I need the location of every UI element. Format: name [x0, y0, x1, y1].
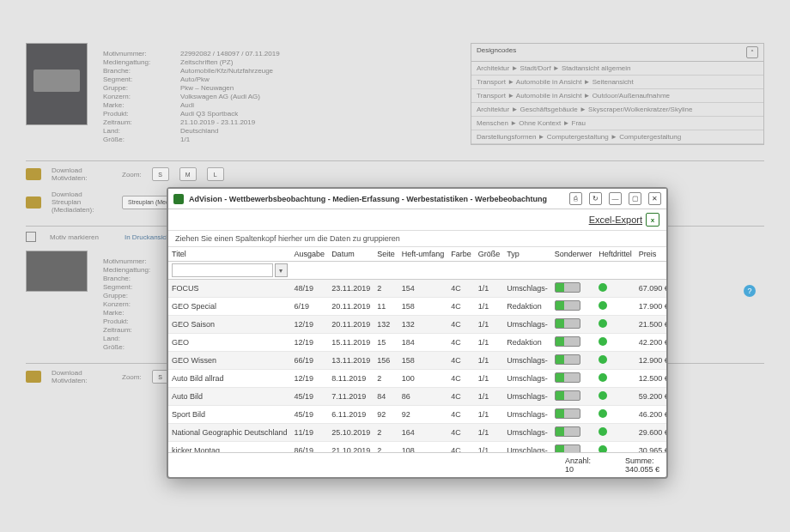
mark-motif-checkbox[interactable]	[26, 232, 36, 242]
zoom-m-button[interactable]: M	[179, 167, 197, 181]
sonderwert-toggle[interactable]	[555, 390, 580, 401]
column-header[interactable]: Ausgabe	[291, 247, 329, 262]
cell-titel: Sport Bild	[168, 406, 291, 424]
cell-typ: Umschlags-	[503, 352, 551, 370]
group-bar[interactable]: Ziehen Sie einen Spaltenkopf hierher um …	[168, 231, 666, 247]
cell-datum: 7.11.2019	[328, 388, 374, 406]
maximize-icon[interactable]: ▢	[629, 192, 641, 205]
zoom-l-button[interactable]: L	[207, 167, 224, 181]
help-icon[interactable]: ?	[744, 285, 756, 297]
title-filter-input[interactable]	[172, 263, 273, 277]
column-header[interactable]: Heftdrittel	[595, 247, 635, 262]
cell-seite: 2	[374, 280, 398, 298]
zoom-s-button[interactable]: S	[152, 167, 169, 181]
heftdrittel-indicator[interactable]	[599, 301, 607, 310]
meta-label: Gruppe:	[103, 84, 180, 92]
cell-preis: 29.600 €	[635, 424, 666, 442]
designcode-row[interactable]: Architektur ► Geschäftsgebäude ► Skyscra…	[471, 103, 763, 117]
column-header[interactable]: Titel	[168, 247, 291, 262]
sonderwert-toggle[interactable]	[555, 354, 580, 365]
designcode-row[interactable]: Transport ► Automobile in Ansicht ► Outd…	[471, 89, 763, 103]
collapse-icon[interactable]: ˄	[746, 46, 758, 58]
heftdrittel-indicator[interactable]	[599, 373, 607, 382]
designcode-row[interactable]: Darstellungsformen ► Computergestaltung …	[471, 130, 763, 144]
table-row[interactable]: GEO Saison12/1920.11.20191321324C1/1Umsc…	[168, 316, 666, 334]
footer-sum-label: Summe:	[625, 456, 654, 465]
meta-label: Motivnummer:	[103, 50, 180, 57]
sonderwert-toggle[interactable]	[555, 318, 580, 329]
download-icon[interactable]	[26, 168, 41, 180]
filter-icon[interactable]: ▾	[275, 263, 288, 277]
cell-datum: 21.10.2019	[328, 442, 374, 453]
table-row[interactable]: Auto Bild45/197.11.201984864C1/1Umschlag…	[168, 388, 666, 406]
heftdrittel-indicator[interactable]	[599, 409, 607, 418]
cell-titel: GEO Special	[168, 298, 291, 316]
cell-umfang: 108	[398, 442, 448, 453]
column-header[interactable]: Seite	[374, 247, 398, 262]
cell-groesse: 1/1	[475, 442, 504, 453]
cell-titel: Auto Bild	[168, 388, 291, 406]
column-header[interactable]: Typ	[503, 247, 551, 262]
meta-value: Auto/Pkw	[180, 76, 280, 83]
table-row[interactable]: Auto Bild allrad12/198.11.201921004C1/1U…	[168, 370, 666, 388]
cell-preis: 12.500 €	[635, 370, 666, 388]
column-header[interactable]: Preis	[635, 247, 666, 262]
designcode-row[interactable]: Transport ► Automobile in Ansicht ► Seit…	[471, 76, 763, 89]
column-header[interactable]: Größe	[475, 247, 504, 262]
table-row[interactable]: kicker Montag86/1921.10.201921084C1/1Ums…	[168, 442, 666, 453]
designcode-row[interactable]: Architektur ► Stadt/Dorf ► Stadtansicht …	[471, 62, 763, 76]
cell-titel: kicker Montag	[168, 442, 291, 453]
excel-icon[interactable]: x	[646, 213, 659, 227]
meta-label: Produkt:	[103, 110, 180, 118]
cell-titel: GEO Saison	[168, 316, 291, 334]
cell-groesse: 1/1	[475, 280, 504, 298]
cell-preis: 46.200 €	[635, 406, 666, 424]
download-icon[interactable]	[26, 371, 41, 383]
cell-umfang: 92	[398, 406, 448, 424]
heftdrittel-indicator[interactable]	[599, 445, 607, 452]
sonderwert-toggle[interactable]	[555, 282, 580, 293]
table-row[interactable]: FOCUS48/1923.11.201921544C1/1Umschlags-6…	[168, 280, 666, 298]
motif-metadata: Motivnummer:22992082 / 148097 / 07.11.20…	[103, 50, 280, 143]
cell-datum: 6.11.2019	[328, 406, 374, 424]
table-row[interactable]: GEO12/1915.11.2019151844C1/1Redaktion42.…	[168, 334, 666, 352]
column-header[interactable]: Datum	[328, 247, 374, 262]
column-header[interactable]: Farbe	[447, 247, 475, 262]
table-row[interactable]: GEO Wissen66/1913.11.20191561584C1/1Umsc…	[168, 352, 666, 370]
cell-preis: 67.090 €	[635, 280, 666, 298]
sonderwert-toggle[interactable]	[555, 336, 580, 347]
sonderwert-toggle[interactable]	[555, 444, 580, 452]
cell-titel: GEO	[168, 334, 291, 352]
column-header[interactable]: Sonderwer	[551, 247, 596, 262]
heftdrittel-indicator[interactable]	[599, 283, 607, 292]
cell-groesse: 1/1	[475, 352, 504, 370]
minimize-icon[interactable]: —	[609, 192, 622, 205]
heftdrittel-indicator[interactable]	[599, 391, 607, 400]
meta-value: Zeitschriften (PZ)	[180, 58, 280, 66]
cell-titel: FOCUS	[168, 280, 291, 298]
heftdrittel-indicator[interactable]	[599, 337, 607, 346]
heftdrittel-indicator[interactable]	[599, 355, 607, 364]
heftdrittel-indicator[interactable]	[599, 427, 607, 436]
modal-titlebar[interactable]: AdVision - Wettbewerbsbeobachtung - Medi…	[168, 189, 666, 209]
heftdrittel-indicator[interactable]	[599, 319, 607, 328]
table-row[interactable]: Sport Bild45/196.11.201992924C1/1Umschla…	[168, 406, 666, 424]
table-row[interactable]: National Geographic Deutschland11/1925.1…	[168, 424, 666, 442]
cell-ausgabe: 86/19	[291, 442, 329, 453]
designcode-row[interactable]: Menschen ► Ohne Kontext ► Frau	[471, 117, 763, 130]
table-row[interactable]: GEO Special6/1920.11.2019111584C1/1Redak…	[168, 298, 666, 316]
cell-datum: 25.10.2019	[328, 424, 374, 442]
print-icon[interactable]: ⎙	[569, 192, 582, 205]
media-grid: TitelAusgabeDatumSeiteHeft-umfangFarbeGr…	[168, 247, 666, 452]
column-header[interactable]: Heft-umfang	[398, 247, 448, 262]
refresh-icon[interactable]: ↻	[589, 192, 602, 205]
download-icon[interactable]	[26, 196, 41, 209]
sonderwert-toggle[interactable]	[555, 408, 580, 419]
sonderwert-toggle[interactable]	[555, 426, 580, 437]
close-icon[interactable]: ✕	[648, 192, 661, 205]
excel-export-link[interactable]: Excel-Export	[589, 215, 642, 225]
designcodes-title: Designcodes	[477, 46, 516, 58]
sonderwert-toggle[interactable]	[555, 372, 580, 383]
sonderwert-toggle[interactable]	[555, 300, 580, 311]
motif-thumbnail	[26, 43, 88, 125]
